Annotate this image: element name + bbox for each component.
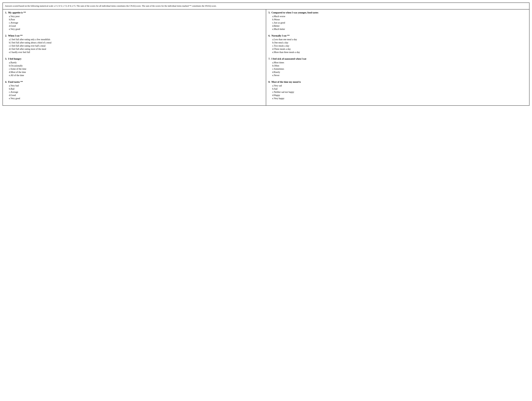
- answer-letter: b.: [268, 88, 274, 90]
- answer-text: Very happy: [274, 97, 284, 100]
- question-block: 4. Food tastes **a.Very badb.Badc.Averag…: [5, 81, 264, 100]
- question-title: 7. I feel sick of nauseated when I eat: [268, 57, 527, 60]
- answer-text: Happy: [274, 94, 280, 97]
- answer-item: a.Very sad: [268, 84, 527, 87]
- answer-item: c.Neither sad nor happy: [268, 90, 527, 94]
- answer-letter: d.: [268, 48, 274, 51]
- answer-item: d.Better: [268, 24, 527, 28]
- answer-text: Two meals a day: [274, 45, 289, 47]
- answer-list: a.Rarelyb.Occasionallyc.Some of the time…: [5, 61, 264, 77]
- answer-item: e.All of the time: [5, 74, 264, 77]
- answer-item: d.Rarely: [268, 70, 527, 74]
- answer-letter: c.: [5, 68, 11, 70]
- answer-text: Very sad: [274, 84, 282, 87]
- answer-letter: e.: [268, 97, 274, 100]
- answer-letter: a.: [268, 38, 274, 41]
- question-block: 2. When I eat **a.I feel full after eati…: [5, 34, 264, 54]
- answer-text: Most of the time: [11, 71, 26, 74]
- answer-list: a.Less than one meal a dayb.One meal a d…: [268, 38, 527, 54]
- answer-letter: a.: [5, 84, 11, 87]
- answer-item: d.I feel full after eating most of the m…: [5, 47, 264, 51]
- question-block: 8. Most of the time my mood isa.Very sad…: [268, 81, 527, 100]
- answer-letter: c.: [5, 91, 11, 93]
- answer-text: Most times: [274, 61, 284, 64]
- answer-letter: e.: [268, 28, 274, 31]
- answer-item: e.Very happy: [268, 97, 527, 100]
- answer-letter: c.: [268, 45, 274, 47]
- answer-item: a.Very poor: [5, 15, 264, 18]
- question-title: 2. When I eat **: [5, 34, 264, 37]
- answer-letter: c.: [268, 91, 274, 93]
- answer-letter: a.: [5, 38, 11, 41]
- answer-item: c.Just as good: [268, 21, 527, 24]
- answer-item: d.Good: [5, 94, 264, 97]
- answer-item: a.Very bad: [5, 84, 264, 87]
- answer-item: c.Average: [5, 90, 264, 94]
- answer-letter: b.: [5, 41, 11, 44]
- answer-item: d.Three meals a day: [268, 47, 527, 51]
- answer-text: I hardly ever feel full: [11, 51, 30, 54]
- answer-text: Rarely: [274, 71, 280, 74]
- answer-letter: e.: [5, 74, 11, 77]
- answer-text: Better: [274, 25, 280, 27]
- answer-item: c.Average: [5, 21, 264, 24]
- answer-text: All of the time: [11, 74, 24, 77]
- question-block: 6. Normally I eat **a.Less than one meal…: [268, 34, 527, 54]
- answer-letter: e.: [5, 51, 11, 54]
- answer-letter: e.: [5, 97, 11, 100]
- answer-item: b.Often: [268, 64, 527, 67]
- answer-item: e.I hardly ever feel full: [5, 51, 264, 54]
- answer-letter: e.: [268, 51, 274, 54]
- answer-item: d.Happy: [268, 94, 527, 97]
- answer-item: b.Worse: [268, 18, 527, 21]
- answer-item: b.I feel full after eating about a third…: [5, 41, 264, 44]
- answer-letter: b.: [268, 64, 274, 67]
- answer-letter: a.: [5, 61, 11, 64]
- answer-letter: c.: [268, 68, 274, 70]
- question-title: 3. I feel hungry: [5, 57, 264, 60]
- answer-list: a.Very badb.Badc.Averaged.Goode.Very goo…: [5, 84, 264, 100]
- answer-letter: b.: [268, 18, 274, 21]
- answer-item: a.Less than one meal a day: [268, 38, 527, 41]
- answer-letter: d.: [5, 25, 11, 27]
- question-block: 1. My appetite is **a.Very poorb.Poorc.A…: [5, 11, 264, 31]
- answer-letter: a.: [5, 15, 11, 18]
- answer-item: b.Poor: [5, 18, 264, 21]
- answer-item: a.Most times: [268, 61, 527, 64]
- answer-text: Much worse: [274, 15, 285, 18]
- answer-list: a.Very poorb.Poorc.Averaged.Goode.Very g…: [5, 15, 264, 31]
- left-column: 1. My appetite is **a.Very poorb.Poorc.A…: [3, 9, 266, 106]
- answer-text: Three meals a day: [274, 48, 291, 51]
- answer-item: c.Some of the time: [5, 67, 264, 70]
- answer-letter: d.: [5, 71, 11, 74]
- answer-text: Rarely: [11, 61, 17, 64]
- answer-item: b.Bad: [5, 87, 264, 90]
- answer-text: Worse: [274, 18, 280, 21]
- answer-text: Bad: [11, 88, 14, 90]
- answer-text: Very bad: [11, 84, 19, 87]
- answer-letter: b.: [5, 88, 11, 90]
- question-title: 4. Food tastes **: [5, 81, 264, 83]
- answer-text: Often: [274, 64, 279, 67]
- answer-letter: a.: [268, 84, 274, 87]
- answer-letter: b.: [5, 64, 11, 67]
- answer-item: b.Occasionally: [5, 64, 264, 67]
- answer-item: a.Much worse: [268, 15, 527, 18]
- answer-item: e.Very good: [5, 97, 264, 100]
- answer-text: I feel full after eating only a few mout…: [11, 38, 50, 41]
- answer-text: Good: [11, 25, 16, 27]
- answer-text: One meal a day: [274, 41, 288, 44]
- answer-item: b.Sad: [268, 87, 527, 90]
- answer-text: Just as good: [274, 21, 285, 24]
- answer-letter: b.: [5, 18, 11, 21]
- answer-text: Neither sad nor happy: [274, 91, 294, 93]
- answer-letter: d.: [5, 94, 11, 97]
- answer-text: Occasionally: [11, 64, 23, 67]
- answer-text: More than three meals a day: [274, 51, 300, 54]
- answer-item: c.I feel full after eating over half a m…: [5, 44, 264, 47]
- answer-text: Sad: [274, 88, 278, 90]
- answer-text: I feel full after eating most of the mea…: [11, 48, 46, 51]
- answer-letter: d.: [5, 48, 11, 51]
- answer-item: e.Never: [268, 74, 527, 77]
- answer-item: c.Two meals a day: [268, 44, 527, 47]
